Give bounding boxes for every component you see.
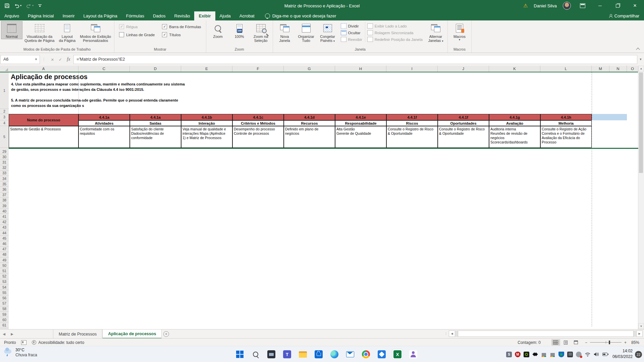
mcafee-tray-icon[interactable]: M [515, 352, 521, 357]
content-cell[interactable]: Definido em plano de negócios [284, 126, 335, 148]
tell-me-box[interactable]: Diga-me o que você deseja fazer [265, 11, 336, 20]
macros-button[interactable]: Macros ▾ [449, 21, 470, 42]
content-cell[interactable]: Consulte o Registro de Risco & Oportunid… [438, 126, 489, 148]
restore-button[interactable] [612, 1, 623, 10]
tools-tray-icon[interactable] [576, 352, 582, 357]
code-cell-4.4.1b[interactable]: 4.4.1b [181, 114, 232, 120]
chrome-app-icon[interactable] [361, 349, 371, 359]
people-app-icon[interactable] [408, 349, 418, 359]
code-cell-4.4.1e[interactable]: 4.4.1e [335, 114, 386, 120]
zoom-slider[interactable]: − + [585, 340, 627, 345]
volume-tray-icon[interactable] [593, 352, 599, 357]
row-header-2[interactable]: 2 [0, 109, 9, 114]
wifi-tray-icon[interactable] [585, 352, 590, 357]
zoom-slider-handle[interactable] [609, 341, 610, 344]
scrollbar-resize-grip[interactable]: ⁞ [445, 332, 447, 336]
column-header-M[interactable]: M [592, 66, 609, 72]
content-cell[interactable]: Veja manual de qualidade e interações Ma… [181, 126, 232, 148]
freeze-panes-button[interactable]: Congelar Painéis ▾ [317, 21, 338, 43]
column-header-C[interactable]: C [78, 66, 130, 72]
highlighted-empty-cell[interactable] [592, 114, 627, 120]
category-cell-critérios-e-métodos[interactable]: Critérios e Métodos [232, 120, 284, 126]
code-cell-4.4.1d[interactable]: 4.4.1d [284, 114, 335, 120]
edge-app-icon[interactable] [329, 349, 339, 359]
avatar[interactable] [563, 2, 571, 10]
column-header-I[interactable]: I [386, 66, 438, 72]
page-break-shortcut[interactable] [572, 339, 580, 346]
row-header-58[interactable]: 58 [0, 306, 9, 312]
name-box[interactable]: A6 ▼ [0, 55, 40, 64]
nvidia-tray-icon[interactable] [524, 352, 529, 357]
cancel-icon[interactable]: × [51, 57, 54, 62]
file-explorer-app-icon[interactable] [298, 349, 308, 359]
formula-bar-checkbox-icon[interactable] [162, 24, 167, 29]
zoom-100-button[interactable]: 100 100% [229, 21, 250, 39]
code-cell-4.4.1g[interactable]: 4.4.1g [489, 114, 540, 120]
battery-tray-icon[interactable] [602, 352, 608, 357]
add-sheet-button[interactable]: + [162, 329, 170, 339]
row-header-40[interactable]: 40 [0, 208, 9, 214]
column-header-H[interactable]: H [335, 66, 386, 72]
column-header-N[interactable]: N [609, 66, 627, 72]
printer-tray-icon[interactable] [541, 352, 547, 357]
content-cell[interactable]: Auditoria interna Reuniões de revisão de… [489, 126, 540, 148]
row-header-36[interactable]: 36 [0, 187, 9, 192]
scroll-down-icon[interactable]: ▼ [638, 323, 644, 329]
column-header-G[interactable]: G [284, 66, 335, 72]
weather-widget[interactable]: 30°C Chuva fraca [3, 348, 37, 358]
warning-icon[interactable]: ⚠ [523, 3, 528, 9]
photos-app-app-icon[interactable] [377, 349, 387, 359]
close-button[interactable]: × [629, 1, 641, 10]
horizontal-scrollbar[interactable]: ⁞ ◀ ▶ [445, 330, 643, 337]
row-header-31[interactable]: 31 [0, 160, 9, 165]
s-app-tray-icon[interactable]: S [506, 352, 512, 357]
row-header-43[interactable]: 43 [0, 225, 9, 230]
row-header-42[interactable]: 42 [0, 220, 9, 225]
category-cell-atividades[interactable]: Atividades [78, 120, 130, 126]
select-all-corner[interactable] [0, 66, 9, 72]
start-app-icon[interactable] [235, 349, 245, 359]
row-header-4[interactable]: 4 [0, 120, 9, 126]
tab-dados[interactable]: Dados [149, 11, 170, 20]
process-name-header-cell[interactable]: Nome do processo [9, 114, 78, 126]
column-header-D[interactable]: D [130, 66, 181, 72]
taskbar-clock[interactable]: 14:02 06/03/2022 [612, 348, 633, 360]
content-cell[interactable]: Desempenho do processo Controle de proce… [232, 126, 284, 148]
column-header-J[interactable]: J [438, 66, 489, 72]
category-cell-avaliação[interactable]: Avaliação [489, 120, 540, 126]
content-cell[interactable]: Alta Gestão Gerente de Qualidade [335, 126, 386, 148]
code-cell-4.4.1a[interactable]: 4.4.1a [78, 114, 130, 120]
new-window-button[interactable]: Nova Janela [274, 21, 295, 43]
row-header-47[interactable]: 47 [0, 247, 9, 252]
vertical-scrollbar[interactable]: ▲ ▼ [638, 66, 644, 329]
row-header-35[interactable]: 35 [0, 181, 9, 187]
content-cell[interactable]: Satisfação do cliente Dados/evidências d… [130, 126, 181, 148]
row-header-61[interactable]: 61 [0, 322, 9, 328]
excel-app-icon[interactable]: X [392, 349, 402, 359]
tab-fórmulas[interactable]: Fórmulas [122, 11, 149, 20]
row-header-59[interactable]: 59 [0, 312, 9, 317]
row-header-51[interactable]: 51 [0, 268, 9, 274]
row-header-57[interactable]: 57 [0, 301, 9, 306]
enter-icon[interactable]: ✓ [59, 57, 62, 62]
column-header-L[interactable]: L [540, 66, 592, 72]
store-app-icon[interactable] [314, 349, 324, 359]
switch-windows-button[interactable]: Alternar Janelas ▾ [425, 21, 446, 43]
insert-function-icon[interactable]: fx [67, 57, 70, 62]
row-header-55[interactable]: 55 [0, 290, 9, 295]
row-header-52[interactable]: 52 [0, 274, 9, 279]
search-app-icon[interactable] [251, 349, 261, 359]
teams-app-icon[interactable]: T [282, 349, 292, 359]
ribbon-display-options-icon[interactable] [577, 1, 588, 10]
dropbox-tray-icon[interactable] [532, 352, 538, 357]
row-header-38[interactable]: 38 [0, 198, 9, 203]
undo-icon[interactable]: ▾ [14, 4, 21, 8]
notification-badge[interactable]: 22 [635, 351, 642, 358]
share-button[interactable]: Compartilhar [609, 11, 639, 20]
category-cell-saídas[interactable]: Saídas [130, 120, 181, 126]
save-icon[interactable] [5, 3, 9, 8]
expand-formula-bar-icon[interactable]: ▼ [637, 58, 644, 61]
row-header-32[interactable]: 32 [0, 165, 9, 171]
content-cell[interactable]: Conformidade com os requisitos [78, 126, 130, 148]
formula-bar-checkbox[interactable]: Barra de Fórmulas [162, 24, 201, 29]
